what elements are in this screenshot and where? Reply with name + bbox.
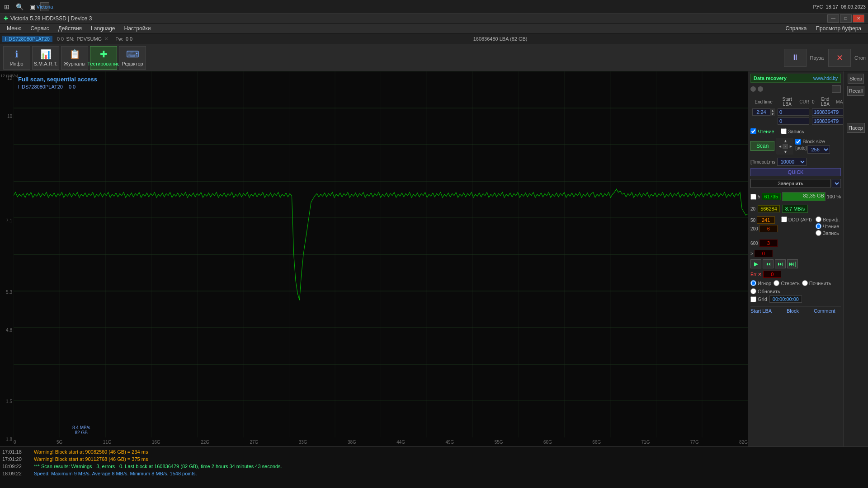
timeout-select[interactable]: 10000 [777,158,807,166]
menu-help[interactable]: Справка [781,24,811,33]
refresh-radio[interactable] [750,288,756,294]
right-panel-wrapper: Data recovery www.hdd.by End time Start … [748,71,868,446]
gt-threshold: > [750,251,753,256]
info-button[interactable]: ℹ Инфо [3,46,30,70]
refresh-radio-label[interactable]: Обновить [750,288,780,294]
timeout-label: [Timeout,ms [750,160,775,164]
write-checkbox[interactable] [781,128,787,134]
read-radio[interactable] [816,223,821,229]
play-button[interactable]: ▶ [750,259,761,268]
ignore-radio-label[interactable]: Игнор [750,280,771,286]
windows-icon[interactable]: ⊞ [2,2,11,11]
tooltip-speed: 8.4 MB/s [72,425,90,430]
menu-actions[interactable]: Действия [54,24,87,33]
status-indicator [832,85,841,93]
grid-checkbox-label[interactable]: Grid [750,296,767,302]
taskbar-left: ⊞ 🔍 ▣ Victoria [2,2,813,11]
app-taskbar-icon[interactable]: Victoria [40,2,49,11]
quick-button[interactable]: QUICK [750,168,841,176]
device-name[interactable]: HDS728080PLAT20 [2,36,52,42]
end-time-down[interactable]: ▼ [770,112,775,116]
ddd-checkbox-label[interactable]: DDD (API) [781,216,812,222]
taskview-icon[interactable]: ▣ [28,2,37,11]
search-icon[interactable]: 🔍 [15,2,24,11]
pass-button[interactable]: Пасер [847,123,865,133]
journals-button[interactable]: 📋 Журналы [61,46,88,70]
end-time-spinner[interactable]: ▲ ▼ [752,108,775,116]
log-area[interactable]: 17:01:18 Warning! Block start at 9008256… [0,446,868,488]
menu-service[interactable]: Сервис [26,24,53,33]
end-time-input[interactable] [752,108,770,116]
grid-checkbox[interactable] [750,296,756,302]
maximize-button[interactable]: □ [840,14,852,23]
scan-button[interactable]: Scan [750,141,774,151]
status-dots-row [750,85,841,93]
progress-percent-sign: % [836,194,841,199]
speed-row: 20 566284 8.7 MB/s [750,205,841,213]
device-close[interactable]: ✕ [104,36,108,42]
write-radio-label-text: Запись [823,230,839,236]
y-label-4: 4.8 [0,328,14,333]
verify-label: Вериф. [823,217,840,222]
editor-button[interactable]: ⌨ Редактор [119,46,146,70]
start-lba-input2[interactable] [778,117,809,125]
start-lba-input[interactable] [778,108,809,116]
progress-checkbox-label[interactable]: 5 [750,194,760,200]
progress-checkbox[interactable] [750,194,756,200]
toolbar-right: ⏸ Пауза ✕ Стоп [784,49,866,67]
end-lba-input[interactable] [812,108,843,116]
minimize-button[interactable]: — [827,14,839,23]
finish-select[interactable]: ▼ [832,179,841,188]
auto-checkbox-label[interactable]: Block size [795,139,825,145]
ddd-checkbox[interactable] [781,216,787,222]
verify-radio[interactable] [816,216,821,222]
arrow-right[interactable]: ► [788,144,793,149]
stop-button[interactable]: ✕ [828,49,851,67]
right-panel-extra: Sleep Recall Пасер [843,71,868,446]
x-label-38g: 38G [348,440,356,445]
menu-buffer[interactable]: Просмотр буфера [811,24,866,33]
next-button[interactable]: ⏭ [775,259,786,268]
editor-label: Редактор [122,61,143,66]
chart-yaxis: 12 10 7.1 5.3 4.8 1.5 1.8 [0,71,14,446]
restart-radio-label[interactable]: Починить [802,280,831,286]
menu-settings[interactable]: Настройки [120,24,156,33]
erase-label: Стереть [781,281,800,286]
data-recovery-url[interactable]: www.hdd.by [813,76,838,81]
arrow-left[interactable]: ◄ [777,144,783,149]
ddd-radio-row: 50 241 200 6 DDD (API) [750,216,841,236]
last-button[interactable]: ⏭| [787,259,798,268]
ignore-radio[interactable] [750,280,756,286]
write-checkbox-label[interactable]: Запись [781,128,804,134]
pause-button[interactable]: ⏸ [784,49,807,67]
read-radio-label[interactable]: Чтение [816,223,840,229]
arrow-up[interactable]: ▲ [783,138,788,144]
write-radio-label[interactable]: Запись [816,230,840,236]
write-radio[interactable] [816,230,821,236]
c20-label[interactable]: 20 [750,206,755,211]
auto-checkbox[interactable] [795,139,801,145]
smart-button[interactable]: 📊 S.M.A.R.T. [32,46,59,70]
c20-threshold: 20 [750,206,755,211]
menu-menu[interactable]: Меню [2,24,26,33]
info-icon: ℹ [15,49,19,60]
block-size-select[interactable]: 256 512 [807,145,830,154]
prev-button[interactable]: ⏮ [763,259,774,268]
recall-button[interactable]: Recall [847,86,865,96]
test-button[interactable]: ✚ Тестирование [90,46,117,70]
arrow-down[interactable]: ▼ [783,149,788,155]
erase-radio-label[interactable]: Стереть [774,280,800,286]
read-checkbox-label[interactable]: Чтение [750,128,774,134]
restart-radio[interactable] [802,280,808,286]
arrow-center[interactable]: · [783,144,788,149]
finish-button[interactable]: Завершить [750,179,830,188]
erase-radio[interactable] [774,280,779,286]
close-button[interactable]: ✕ [853,14,864,23]
read-checkbox[interactable] [750,128,756,134]
end-lba-input2[interactable] [812,117,843,125]
menu-language[interactable]: Language [86,24,119,33]
sleep-button[interactable]: Sleep [848,74,864,84]
verify-radio-label[interactable]: Вериф. [816,216,840,222]
end-time-up[interactable]: ▲ [770,108,775,112]
write-label: Запись [788,129,804,134]
